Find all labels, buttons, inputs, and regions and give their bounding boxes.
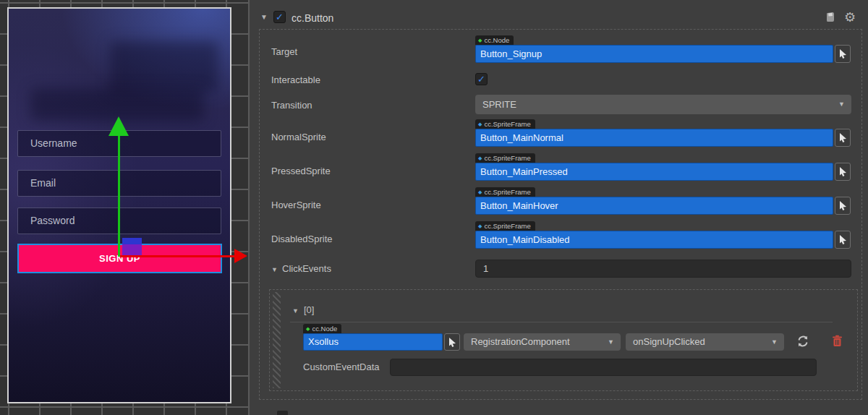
normal-sprite-label: NormalSprite xyxy=(271,132,326,142)
custom-event-data-input[interactable] xyxy=(390,359,817,376)
cursor-icon xyxy=(839,167,847,176)
cursor-icon xyxy=(839,235,847,244)
gizmo-y-axis-arrow-icon[interactable] xyxy=(109,116,129,136)
disabled-sprite-label: DisabledSprite xyxy=(271,234,333,244)
event-node-field[interactable]: Xsollus xyxy=(303,333,443,351)
event-handler-dropdown[interactable]: onSignUpClicked ▼ xyxy=(626,333,784,351)
checkmark-icon: ✓ xyxy=(276,12,284,22)
target-node-field[interactable]: Button_Signup xyxy=(475,45,833,63)
scene-view[interactable]: Username Email Password SIGN UP xyxy=(0,0,249,415)
gear-icon[interactable]: ⚙ xyxy=(844,9,856,25)
hover-sprite-field[interactable]: Button_MainHover xyxy=(475,197,833,215)
interactable-label: Interactable xyxy=(271,74,320,85)
normal-sprite-picker-button[interactable] xyxy=(835,129,851,147)
chevron-down-icon: ▼ xyxy=(771,333,778,351)
gizmo-x-axis-arrow-icon[interactable] xyxy=(234,249,247,263)
spriteframe-type-icon: ◆ xyxy=(478,155,482,161)
transition-dropdown[interactable]: SPRITE ▼ xyxy=(475,95,851,114)
collapse-arrow-icon[interactable]: ▼ xyxy=(260,14,268,21)
book-icon[interactable] xyxy=(825,11,837,23)
event-node-picker-button[interactable] xyxy=(444,333,460,351)
custom-event-data-label: CustomEventData xyxy=(303,361,380,372)
normal-sprite-field[interactable]: Button_MainNormal xyxy=(475,129,833,147)
chevron-down-icon: ▼ xyxy=(838,95,845,114)
gizmo-x-axis-line xyxy=(120,255,234,257)
hover-sprite-type-tag: ◆ cc.SpriteFrame xyxy=(475,187,535,197)
pressed-sprite-field[interactable]: Button_MainPressed xyxy=(475,163,833,181)
clickevents-label: ClickEvents xyxy=(282,263,331,274)
hover-sprite-picker-button[interactable] xyxy=(835,197,851,215)
checkmark-icon: ✓ xyxy=(477,74,485,84)
cursor-icon xyxy=(839,133,847,142)
refresh-icon[interactable] xyxy=(796,335,809,348)
inspector-panel: ▼ ✓ cc.Button ⚙ Target ◆ cc.Node Button_… xyxy=(250,0,868,415)
gizmo-center-handle[interactable] xyxy=(122,238,142,244)
click-event-item-panel: ▼ [0] ◆ cc.Node Xsollus RegistrationComp… xyxy=(269,289,858,391)
event-node-type-tag: ◆ cc.Node xyxy=(303,324,341,333)
spriteframe-type-icon: ◆ xyxy=(478,189,482,194)
cursor-icon xyxy=(448,338,456,347)
pressed-sprite-label: PressedSprite xyxy=(271,166,331,176)
delete-trash-icon[interactable] xyxy=(832,335,843,347)
interactable-checkbox[interactable]: ✓ xyxy=(475,73,488,85)
event-item-index: [0] xyxy=(304,304,314,315)
spriteframe-type-icon: ◆ xyxy=(478,223,482,228)
target-label: Target xyxy=(271,46,297,57)
separator xyxy=(290,322,833,322)
cursor-icon xyxy=(839,201,847,210)
cursor-icon xyxy=(839,49,847,59)
chevron-down-icon: ▼ xyxy=(608,333,614,351)
clickevents-count-input[interactable]: 1 xyxy=(475,260,851,278)
drag-handle[interactable] xyxy=(273,292,281,388)
event-component-dropdown[interactable]: RegistrationComponent ▼ xyxy=(464,333,621,351)
target-type-tag: ◆ cc.Node xyxy=(475,35,514,45)
component-enabled-checkbox[interactable]: ✓ xyxy=(273,11,286,23)
pressed-sprite-type-tag: ◆ cc.SpriteFrame xyxy=(475,153,535,163)
normal-sprite-type-tag: ◆ cc.SpriteFrame xyxy=(475,119,535,129)
hover-sprite-label: HoverSprite xyxy=(271,200,321,210)
spriteframe-type-icon: ◆ xyxy=(478,121,482,127)
event-item-collapse-arrow-icon[interactable]: ▼ xyxy=(292,307,299,315)
disabled-sprite-type-tag: ◆ cc.SpriteFrame xyxy=(475,221,535,231)
disabled-sprite-field[interactable]: Button_MainDisabled xyxy=(475,231,833,249)
background-glow xyxy=(110,41,218,92)
node-type-icon: ◆ xyxy=(306,326,310,331)
transition-label: Transition xyxy=(271,100,312,111)
node-type-icon: ◆ xyxy=(478,38,482,43)
target-node-picker-button[interactable] xyxy=(835,45,851,63)
pressed-sprite-picker-button[interactable] xyxy=(835,163,851,181)
component-title: cc.Button xyxy=(292,12,333,24)
disabled-sprite-picker-button[interactable] xyxy=(835,231,851,249)
gizmo-y-axis-line xyxy=(118,125,120,257)
next-component-stub xyxy=(277,411,288,415)
clickevents-collapse-arrow-icon[interactable]: ▼ xyxy=(271,266,278,273)
